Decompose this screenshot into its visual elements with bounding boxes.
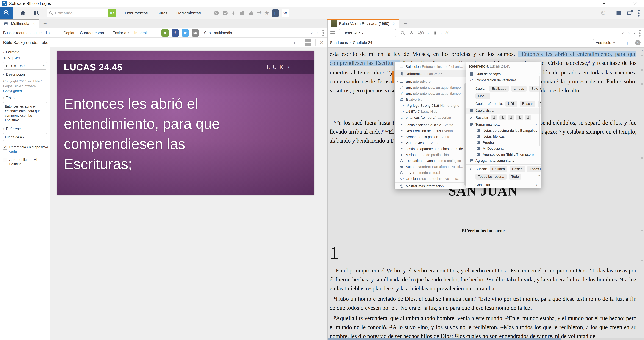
footnote-marker[interactable]: e (382, 129, 384, 132)
close-button[interactable] (632, 1, 638, 6)
ratio-4-3[interactable]: 4:3 (15, 56, 20, 60)
menu-item-resurrección-de-jesús[interactable]: Resurrección de JesúsEvento (395, 128, 466, 134)
reference-locator-input[interactable]: Lucas 24.45 (339, 29, 396, 37)
menu-item-copia-visual[interactable]: Copia visual (466, 107, 541, 114)
next-verse-icon[interactable]: ↓ (626, 40, 629, 46)
menu-scrollbar[interactable] (539, 76, 540, 146)
menu-item-comparación-de-versiones[interactable]: ⇄Comparación de versiones (466, 77, 541, 83)
scrollbar-thumb[interactable] (328, 338, 561, 340)
menu-item-guía-de-pasajes[interactable]: Guía de pasajes (466, 71, 541, 77)
autopublish-checkbox[interactable] (3, 157, 8, 162)
vertical-scrollbar[interactable]: ▲ (640, 49, 643, 336)
menu-item--[interactable]: τότεtoteentonces; en aquel tiempo (395, 85, 466, 91)
layout-icon[interactable] (616, 10, 622, 16)
facebook-icon[interactable]: f (172, 29, 179, 37)
tab-close-icon[interactable]: ✕ (392, 22, 396, 26)
scroll-up-icon[interactable]: ▲ (641, 49, 644, 52)
menu-item-b[interactable]: @Badverbio (395, 97, 466, 103)
like-hand-icon[interactable] (248, 10, 254, 16)
footnote-marker[interactable]: d (620, 79, 621, 82)
menu-item-[interactable]: Todos los recur...Todo (466, 173, 541, 180)
chip-líneas[interactable]: Líneas (511, 86, 526, 92)
breadcrumb-chapter[interactable]: Capítulo 24 (353, 41, 372, 45)
tab-reina-valera[interactable]: Reina Valera Revisada (1960) ✕ (328, 19, 399, 28)
original-language-icon[interactable]: ℵΩ (418, 31, 424, 36)
menu-item-entonces-temporal-[interactable]: αentonces (temporal)adverbio (395, 115, 466, 121)
logos-home-button[interactable] (0, 7, 13, 19)
history-dropdown-icon[interactable]: ▾ (634, 32, 635, 35)
menu-item-consultar[interactable]: Consultar∧ (466, 182, 541, 188)
menu-item-[interactable]: Más » (466, 92, 541, 100)
chip-todo[interactable]: Todo (509, 174, 521, 180)
close-item-icon[interactable]: ✕ (320, 40, 324, 46)
menu-herramientas[interactable]: Herramientas (176, 11, 201, 16)
text-section-header[interactable]: ▾Texto (3, 96, 50, 100)
highlight-style-icon[interactable] (525, 115, 532, 120)
menu-item--[interactable]: ▾τότεtoteadverb (395, 79, 466, 85)
close-verse-nav-icon[interactable]: ✕ (635, 40, 640, 45)
menu-item-ley[interactable]: ▸LeyTrasfondo cultural (395, 170, 466, 176)
chip-más-[interactable]: Más » (476, 93, 490, 99)
menu-item-semana-de-la-pasión[interactable]: Semana de la pasiónEvento (395, 134, 466, 140)
highlight-style-icon[interactable] (516, 115, 523, 120)
chip-url[interactable]: URL (506, 101, 518, 107)
lightning-icon[interactable] (231, 10, 237, 16)
print-button[interactable]: Imprimir (134, 31, 148, 35)
send-to-button[interactable]: Enviar a▾ (112, 31, 129, 35)
menu-item-n-griego-strong-5119[interactable]: <>nº griego Strong 5119Número griego de … (395, 103, 466, 109)
previous-verse-icon[interactable]: ↑ (620, 40, 623, 46)
grid-view-icon[interactable] (305, 39, 311, 46)
menu-item-resaltar[interactable]: Resaltar (466, 114, 541, 121)
highlight-style-icon[interactable] (499, 115, 506, 120)
format-section-header[interactable]: ▾Formato (3, 50, 50, 54)
panel-menu-icon[interactable] (639, 30, 640, 37)
slide-text-input[interactable]: Entonces les abrió el entendimiento, par… (3, 102, 48, 124)
copyrighted-link[interactable]: Copyrighted (3, 89, 22, 93)
panel-menu-icon[interactable] (330, 31, 335, 35)
menu-item-jesús-se-aparece-a-muchos-ante[interactable]: Jesús se aparece a muchos antes de su as… (395, 146, 466, 152)
upload-media-button[interactable]: Subir multimedia (204, 31, 232, 35)
menu-item-notas-biblicas[interactable]: Notas Biblicas (466, 134, 541, 140)
menu-scrollbar[interactable] (464, 83, 466, 186)
prev-item-icon[interactable]: ‹ (294, 40, 295, 46)
menu-item-copiar-referencia-[interactable]: Copiar referencia:URLBuscarTexto (466, 100, 541, 107)
menu-item-apuntes-de-mi-biblia-thompson-[interactable]: Apuntes de mi (Biblia Thompson) (466, 151, 541, 157)
reference-section-header[interactable]: ▾Referencia (3, 127, 50, 131)
menu-documentos[interactable]: Documentos (125, 11, 148, 16)
menu-item-mostrar-más-información[interactable]: Mostrar más información (395, 183, 466, 189)
faithlife-icon[interactable] (162, 29, 169, 37)
word-document-icon[interactable]: W (282, 9, 289, 17)
menu-item-acento[interactable]: ▸AcentoNombre: Paroxítono, Posición: Pen… (395, 164, 466, 170)
description-section-header[interactable]: ▾Descripción (3, 72, 50, 77)
forward-icon[interactable]: › (628, 30, 630, 36)
menu-item-notas-de-lectura-de-los-evange[interactable]: Notas de Lectura de los Evangelios (466, 128, 541, 134)
chip-básica[interactable]: Básica (510, 166, 525, 172)
menu-item-selección[interactable]: SelecciónEntonces les abrió el entendimi… (395, 63, 466, 70)
cada-link[interactable]: cada (9, 149, 17, 153)
go-button[interactable]: IR (108, 9, 116, 17)
back-icon[interactable]: ‹ (622, 30, 624, 36)
library-icon[interactable] (33, 10, 39, 16)
tab-close-icon[interactable]: ✕ (32, 22, 36, 26)
panel-menu-icon[interactable] (322, 30, 324, 36)
twitter-icon[interactable] (182, 29, 189, 37)
menu-item--[interactable]: √τοτεtoteentonces; en aquel tiempo (395, 91, 466, 97)
copy-button[interactable]: Copiar (63, 31, 74, 35)
scroll-up-icon[interactable]: ▲ (538, 72, 540, 75)
word-cluster-icon[interactable] (409, 30, 414, 36)
menu-item-referencia[interactable]: ReferenciaLucas 24.45▸ (395, 70, 466, 77)
back-icon[interactable]: ‹ (311, 30, 313, 36)
forward-icon[interactable]: › (317, 30, 318, 36)
check-circle-icon[interactable] (222, 10, 228, 16)
close-circle-icon[interactable] (213, 10, 220, 16)
slide-reference-checkbox[interactable]: ✓ (3, 145, 8, 149)
menu-item-tomar-una-nota[interactable]: Tomar una nota∧ (466, 121, 541, 128)
columns-icon[interactable] (432, 31, 437, 35)
footnote-marker[interactable]: b (588, 60, 590, 64)
chip-en-línea[interactable]: En línea (490, 166, 508, 172)
collapse-icon[interactable]: ∧ (535, 183, 537, 187)
books-icon[interactable] (239, 10, 246, 16)
menu-item-vida-de-jesús[interactable]: Vida de JesúsEvento (395, 140, 466, 146)
chip-estilizado[interactable]: Estilizado (489, 86, 509, 92)
footnote-marker[interactable]: c (382, 70, 384, 73)
